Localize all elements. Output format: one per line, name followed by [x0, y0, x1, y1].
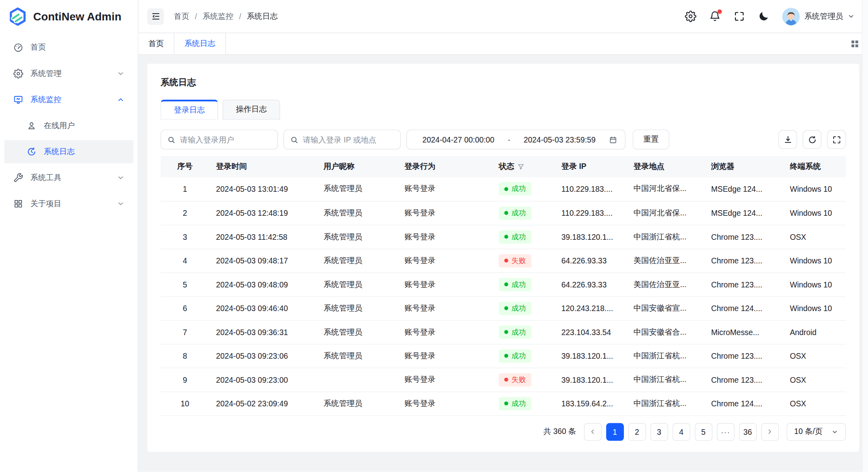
- table-row: 2 2024-05-03 12:48:19 系统管理员 账号登录 成功 110.…: [160, 201, 846, 225]
- cell-nickname: [317, 368, 398, 392]
- cell-login-behavior: 账号登录: [398, 392, 492, 415]
- tab-operation-log[interactable]: 操作日志: [223, 100, 280, 120]
- cell-login-behavior: 账号登录: [398, 296, 492, 320]
- cell-login-time: 2024-05-03 09:23:00: [209, 368, 317, 392]
- dark-mode-moon-icon[interactable]: [758, 10, 770, 22]
- expand-icon: [832, 135, 841, 145]
- export-download-button[interactable]: [778, 130, 797, 149]
- page-button[interactable]: 5: [695, 423, 712, 440]
- cell-login-ip: 120.243.218....: [555, 296, 627, 320]
- date-start-value[interactable]: 2024-04-27 00:00:00: [415, 135, 502, 144]
- status-badge: 成功: [499, 325, 531, 339]
- next-page-button[interactable]: [761, 423, 779, 440]
- page-tabbar: 首页 系统日志: [138, 33, 868, 55]
- tab-actions-grid-icon[interactable]: [849, 38, 860, 49]
- search-icon: [167, 135, 176, 144]
- cell-login-ip: 183.159.64.2...: [555, 392, 627, 415]
- date-separator: -: [508, 135, 510, 144]
- page-button[interactable]: 36: [739, 423, 756, 440]
- breadcrumb-separator: /: [195, 12, 197, 21]
- cell-login-behavior: 账号登录: [398, 344, 492, 368]
- cell-browser: Chrome 123....: [704, 249, 783, 272]
- refresh-button[interactable]: [803, 130, 822, 149]
- page-tab-system-log[interactable]: 系统日志: [174, 33, 226, 54]
- status-badge: 失败: [499, 254, 531, 267]
- status-filter-icon[interactable]: [517, 163, 524, 170]
- sidebar-item-system-log[interactable]: 系统日志: [4, 140, 133, 163]
- prev-page-button[interactable]: [584, 423, 601, 440]
- cell-login-ip: 39.183.120.1...: [555, 368, 627, 392]
- reset-button[interactable]: 重置: [633, 130, 669, 150]
- sidebar-item-system-monitor[interactable]: 系统监控: [4, 88, 133, 111]
- user-menu[interactable]: 系统管理员: [782, 8, 855, 25]
- breadcrumb-home[interactable]: 首页: [174, 11, 189, 21]
- tab-label: 登录日志: [174, 105, 204, 115]
- sidebar-collapse-button[interactable]: [147, 8, 164, 24]
- sidebar-item-system-tools[interactable]: 系统工具: [4, 166, 133, 189]
- tab-login-log[interactable]: 登录日志: [160, 100, 218, 120]
- scrollbar[interactable]: [862, 0, 868, 472]
- cell-login-location: 中国河北省保...: [627, 201, 704, 225]
- status-label: 成功: [511, 327, 526, 337]
- page-buttons: 1 2 3 4 5 ···: [606, 423, 756, 440]
- sidebar-item-about-project[interactable]: 关于项目: [4, 192, 133, 215]
- settings-gear-icon[interactable]: [685, 10, 696, 22]
- status-label: 成功: [511, 303, 526, 313]
- chevron-down-icon: [117, 70, 124, 77]
- sidebar-item-system-management[interactable]: 系统管理: [4, 62, 133, 85]
- cell-login-behavior: 账号登录: [398, 177, 492, 201]
- table-row: 3 2024-05-03 11:42:58 系统管理员 账号登录 成功 39.1…: [160, 225, 846, 249]
- cell-nickname: 系统管理员: [317, 177, 398, 201]
- date-range-picker[interactable]: 2024-04-27 00:00:00 - 2024-05-03 23:59:5…: [406, 130, 625, 150]
- login-log-table: 序号 登录时间 用户昵称 登录行为 状态: [160, 156, 846, 416]
- col-login-behavior: 登录行为: [398, 156, 492, 177]
- status-dot-icon: [504, 259, 508, 263]
- cell-index: 10: [160, 392, 209, 415]
- notification-dot: [718, 10, 722, 14]
- cell-login-location: 中国浙江省杭...: [627, 368, 704, 392]
- refresh-icon: [808, 135, 817, 145]
- page-tab-home[interactable]: 首页: [138, 33, 174, 54]
- cell-login-time: 2024-05-03 11:42:58: [209, 225, 317, 249]
- breadcrumb-monitor[interactable]: 系统监控: [202, 11, 233, 21]
- status-dot-icon: [504, 306, 508, 310]
- login-ip-input[interactable]: [303, 135, 394, 144]
- date-end-value[interactable]: 2024-05-03 23:59:59: [516, 135, 603, 144]
- sidebar-item-online-users[interactable]: 在线用户: [4, 114, 133, 137]
- cell-browser: Chrome 124....: [704, 392, 783, 415]
- status-label: 失败: [511, 255, 526, 265]
- monitor-icon: [13, 95, 23, 105]
- cell-index: 3: [160, 225, 209, 249]
- page-button[interactable]: 4: [672, 423, 690, 440]
- login-user-input[interactable]: [180, 135, 271, 144]
- app-viewport: ContiNew Admin 首页 系统管理: [0, 0, 868, 472]
- cell-status: 成功: [492, 201, 555, 225]
- cell-login-ip: 39.183.120.1...: [555, 225, 627, 249]
- sidebar-item-label: 在线用户: [44, 121, 124, 131]
- status-dot-icon: [504, 235, 508, 239]
- page-button[interactable]: 1: [606, 423, 623, 440]
- cell-login-time: 2024-05-03 13:01:49: [209, 177, 317, 201]
- page-button[interactable]: 2: [628, 423, 646, 440]
- logo-hexagon-icon: [8, 7, 28, 27]
- status-label: 成功: [511, 232, 526, 242]
- cell-os: Windows 10: [783, 177, 846, 201]
- sidebar-item-home[interactable]: 首页: [4, 36, 133, 59]
- notification-bell-icon[interactable]: [709, 10, 721, 22]
- cell-browser: MicroMesse...: [704, 320, 783, 344]
- page-number: 3: [657, 427, 662, 436]
- table-body: 1 2024-05-03 13:01:49 系统管理员 账号登录 成功 110.…: [160, 177, 846, 416]
- fullscreen-icon[interactable]: [734, 10, 745, 22]
- sidebar-item-label: 系统工具: [30, 173, 117, 183]
- sidebar-item-label: 首页: [30, 43, 124, 53]
- status-badge: 成功: [499, 230, 531, 243]
- cell-browser: Chrome 123....: [704, 368, 783, 392]
- page-size-select[interactable]: 10 条/页: [786, 423, 846, 440]
- status-dot-icon: [504, 211, 508, 215]
- page-button[interactable]: 3: [650, 423, 668, 440]
- chevron-down-icon: [832, 428, 838, 435]
- page-number: 36: [744, 427, 752, 436]
- chevron-up-icon: [117, 96, 124, 103]
- page-button[interactable]: ···: [717, 423, 734, 440]
- table-fullscreen-button[interactable]: [827, 130, 846, 149]
